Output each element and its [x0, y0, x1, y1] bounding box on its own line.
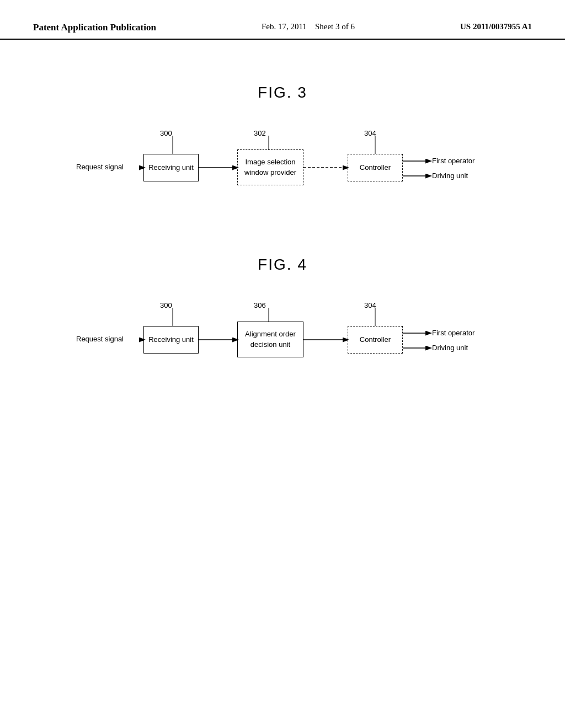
fig4-diagram: 300 306 304 Receiving unit Alignment ord…: [33, 296, 532, 384]
patent-number: US 2011/0037955 A1: [460, 22, 532, 31]
date: Feb. 17, 2011: [262, 22, 307, 31]
sheet: Sheet 3 of 6: [315, 22, 355, 31]
alignment-order-decision-unit: Alignment orderdecision unit: [237, 322, 303, 357]
first-operator-label-fig3: First operator: [432, 157, 475, 165]
fig4-label: FIG. 4: [33, 256, 532, 274]
publication-label: Patent Application Publication: [33, 22, 156, 33]
date-sheet: Feb. 17, 2011 Sheet 3 of 6: [262, 22, 355, 31]
receiving-unit-fig3: Receiving unit: [143, 154, 199, 181]
image-selection-window-provider: Image selectionwindow provider: [237, 149, 303, 185]
ref-304-fig4: 304: [364, 301, 376, 309]
ref-302-fig3: 302: [254, 129, 266, 137]
fig3-label: FIG. 3: [33, 84, 532, 101]
page-header: Patent Application Publication Feb. 17, …: [0, 0, 565, 40]
request-signal-label-fig4: Request signal: [76, 335, 124, 343]
first-operator-label-fig4: First operator: [432, 329, 475, 337]
ref-304-fig3: 304: [364, 129, 376, 137]
fig3-diagram: 300 302 304 Receiving unit Image selecti…: [33, 124, 532, 212]
ref-300-fig4: 300: [160, 301, 172, 309]
ref-300-fig3: 300: [160, 129, 172, 137]
controller-fig3: Controller: [348, 154, 403, 181]
page-content: FIG. 3 300 302 304 Receiving unit Image …: [0, 40, 565, 439]
controller-fig4: Controller: [348, 326, 403, 354]
receiving-unit-fig4: Receiving unit: [143, 326, 199, 354]
request-signal-label-fig3: Request signal: [76, 163, 124, 171]
driving-unit-label-fig4: Driving unit: [432, 344, 468, 352]
driving-unit-label-fig3: Driving unit: [432, 172, 468, 180]
ref-306-fig4: 306: [254, 301, 266, 309]
fig4-section: FIG. 4 300 306 304 Receiving unit Alignm…: [33, 256, 532, 384]
fig3-section: FIG. 3 300 302 304 Receiving unit Image …: [33, 84, 532, 212]
